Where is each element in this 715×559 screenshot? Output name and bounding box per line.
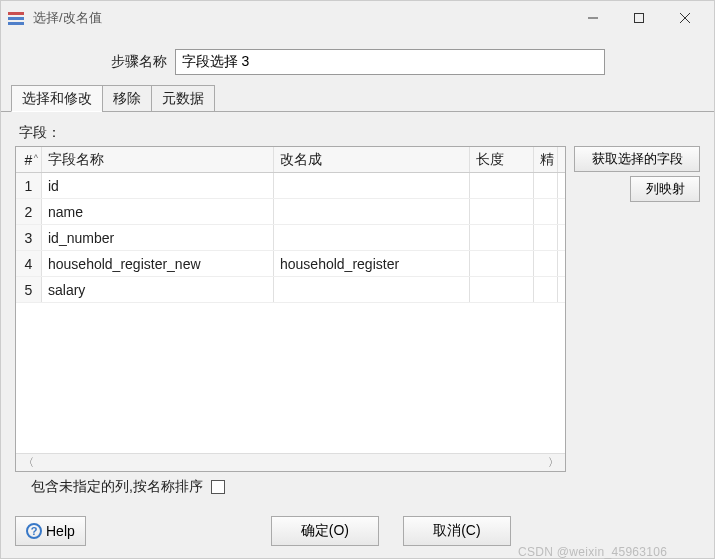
table-row[interactable]: 4household_register_newhousehold_registe…: [16, 251, 565, 277]
app-icon: [7, 9, 25, 27]
cell-length[interactable]: [470, 251, 534, 276]
include-unspecified-label: 包含未指定的列,按名称排序: [31, 478, 203, 496]
cell-name[interactable]: id: [42, 173, 274, 198]
cell-name[interactable]: salary: [42, 277, 274, 302]
step-name-row: 步骤名称: [1, 35, 714, 85]
tabs: 选择和修改 移除 元数据: [1, 85, 714, 112]
close-button[interactable]: [662, 3, 708, 33]
col-header-name[interactable]: 字段名称: [42, 147, 274, 172]
cell-rename[interactable]: [274, 277, 470, 302]
col-header-precision[interactable]: 精: [534, 147, 558, 172]
cell-name[interactable]: name: [42, 199, 274, 224]
cell-rename[interactable]: [274, 173, 470, 198]
minimize-button[interactable]: [570, 3, 616, 33]
include-unspecified-checkbox[interactable]: [211, 480, 225, 494]
cell-num: 2: [16, 199, 42, 224]
step-name-input[interactable]: [175, 49, 605, 75]
cell-precision[interactable]: [534, 173, 558, 198]
scroll-right-icon[interactable]: 〉: [545, 455, 561, 470]
fields-label: 字段：: [19, 124, 700, 142]
cell-rename[interactable]: [274, 199, 470, 224]
scroll-left-icon[interactable]: 〈: [20, 455, 36, 470]
cell-rename[interactable]: household_register: [274, 251, 470, 276]
get-fields-button[interactable]: 获取选择的字段: [574, 146, 700, 172]
svg-rect-1: [8, 17, 24, 20]
cell-length[interactable]: [470, 199, 534, 224]
table-row[interactable]: 2name: [16, 199, 565, 225]
watermark: CSDN @weixin_45963106: [518, 545, 667, 559]
cell-name[interactable]: household_register_new: [42, 251, 274, 276]
cell-num: 3: [16, 225, 42, 250]
cell-rename[interactable]: [274, 225, 470, 250]
table-row[interactable]: 5salary: [16, 277, 565, 303]
maximize-button[interactable]: [616, 3, 662, 33]
side-buttons: 获取选择的字段 列映射: [574, 146, 700, 472]
ok-button[interactable]: 确定(O): [271, 516, 379, 546]
cell-precision[interactable]: [534, 251, 558, 276]
help-icon: ?: [26, 523, 42, 539]
cell-length[interactable]: [470, 173, 534, 198]
cell-num: 4: [16, 251, 42, 276]
cell-num: 5: [16, 277, 42, 302]
col-header-rename[interactable]: 改名成: [274, 147, 470, 172]
fields-grid: #^ 字段名称 改名成 长度 精 1id2name3id_number4hous…: [15, 146, 566, 472]
col-header-num[interactable]: #^: [16, 147, 42, 172]
step-name-label: 步骤名称: [111, 53, 167, 71]
window-controls: [570, 3, 708, 33]
include-unspecified-row: 包含未指定的列,按名称排序: [15, 472, 700, 506]
svg-rect-2: [8, 22, 24, 25]
tab-metadata[interactable]: 元数据: [151, 85, 215, 112]
cell-name[interactable]: id_number: [42, 225, 274, 250]
cell-precision[interactable]: [534, 225, 558, 250]
cell-precision[interactable]: [534, 199, 558, 224]
table-row[interactable]: 3id_number: [16, 225, 565, 251]
window-title: 选择/改名值: [33, 9, 570, 27]
tab-content: 字段： #^ 字段名称 改名成 长度 精 1id2name3id_number4…: [1, 112, 714, 506]
cell-num: 1: [16, 173, 42, 198]
help-button[interactable]: ? Help: [15, 516, 86, 546]
svg-rect-0: [8, 12, 24, 15]
dialog-window: 选择/改名值 步骤名称 选择和修改 移除 元数据 字段： #^ 字段名称 改名成…: [0, 0, 715, 559]
help-label: Help: [46, 523, 75, 539]
grid-body: 1id2name3id_number4household_register_ne…: [16, 173, 565, 453]
table-row[interactable]: 1id: [16, 173, 565, 199]
tab-select-modify[interactable]: 选择和修改: [11, 85, 103, 112]
horizontal-scrollbar[interactable]: 〈 〉: [16, 453, 565, 471]
cell-length[interactable]: [470, 277, 534, 302]
tab-remove[interactable]: 移除: [102, 85, 152, 112]
cell-length[interactable]: [470, 225, 534, 250]
column-mapping-button[interactable]: 列映射: [630, 176, 700, 202]
sort-indicator-icon: ^: [34, 153, 38, 163]
cancel-button[interactable]: 取消(C): [403, 516, 511, 546]
col-header-length[interactable]: 长度: [470, 147, 534, 172]
grid-header: #^ 字段名称 改名成 长度 精: [16, 147, 565, 173]
titlebar: 选择/改名值: [1, 1, 714, 35]
svg-rect-4: [635, 14, 644, 23]
cell-precision[interactable]: [534, 277, 558, 302]
